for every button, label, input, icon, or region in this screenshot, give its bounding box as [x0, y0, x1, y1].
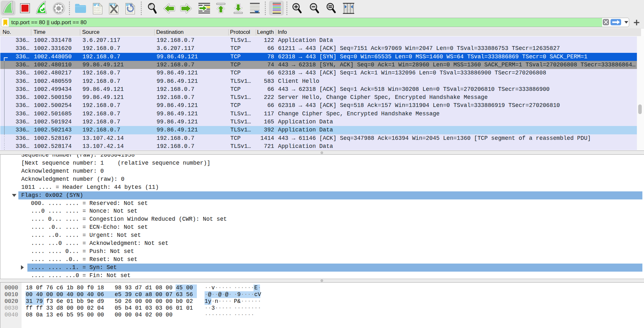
svg-text:01110: 01110	[94, 11, 101, 14]
